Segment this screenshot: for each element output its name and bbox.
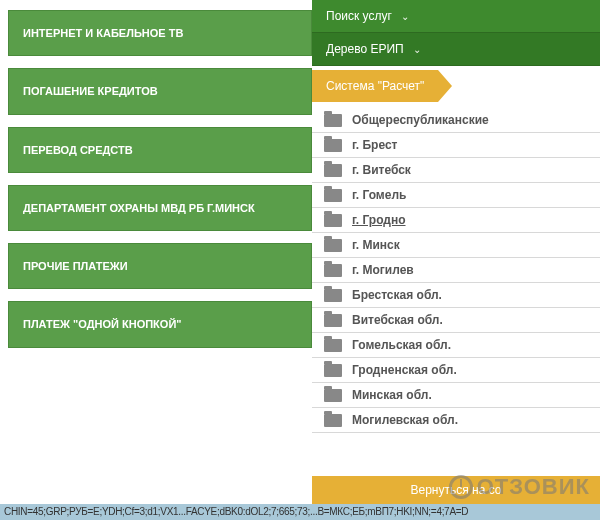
- folder-icon: [324, 139, 342, 152]
- region-label: Витебская обл.: [352, 313, 443, 327]
- folder-icon: [324, 389, 342, 402]
- region-label: Брестская обл.: [352, 288, 442, 302]
- region-item[interactable]: Гомельская обл.: [312, 333, 600, 358]
- right-panel: Поиск услуг ⌄ Дерево ЕРИП ⌄ Система "Рас…: [312, 0, 600, 520]
- folder-icon: [324, 114, 342, 127]
- region-label: г. Могилев: [352, 263, 414, 277]
- region-label: Гродненская обл.: [352, 363, 457, 377]
- folder-icon: [324, 264, 342, 277]
- region-item[interactable]: г. Могилев: [312, 258, 600, 283]
- region-item[interactable]: Витебская обл.: [312, 308, 600, 333]
- tree-label: Дерево ЕРИП: [326, 42, 404, 56]
- system-raschet-breadcrumb[interactable]: Система "Расчет": [312, 70, 438, 102]
- folder-icon: [324, 364, 342, 377]
- folder-icon: [324, 339, 342, 352]
- region-item[interactable]: Брестская обл.: [312, 283, 600, 308]
- search-services-bar[interactable]: Поиск услуг ⌄: [312, 0, 600, 33]
- folder-icon: [324, 314, 342, 327]
- category-internet-tv[interactable]: Интернет и кабельное ТВ: [8, 10, 312, 56]
- search-label: Поиск услуг: [326, 9, 392, 23]
- region-label: г. Витебск: [352, 163, 411, 177]
- category-other-payments[interactable]: Прочие платежи: [8, 243, 312, 289]
- region-item[interactable]: г. Гомель: [312, 183, 600, 208]
- region-item[interactable]: Общереспубликанские: [312, 108, 600, 133]
- region-item[interactable]: Гродненская обл.: [312, 358, 600, 383]
- category-list: Интернет и кабельное ТВ Погашение кредит…: [0, 0, 312, 520]
- region-label: г. Гомель: [352, 188, 406, 202]
- category-mvd-security[interactable]: Департамент охраны МВД РБ г.Минск: [8, 185, 312, 231]
- region-label: г. Брест: [352, 138, 398, 152]
- folder-icon: [324, 214, 342, 227]
- category-transfer[interactable]: Перевод средств: [8, 127, 312, 173]
- region-label: Гомельская обл.: [352, 338, 451, 352]
- category-one-button-pay[interactable]: Платеж "Одной кнопкой": [8, 301, 312, 347]
- region-label: г. Гродно: [352, 213, 406, 227]
- folder-icon: [324, 414, 342, 427]
- region-item[interactable]: Минская обл.: [312, 383, 600, 408]
- region-item[interactable]: г. Брест: [312, 133, 600, 158]
- region-label: Минская обл.: [352, 388, 432, 402]
- region-item[interactable]: г. Витебск: [312, 158, 600, 183]
- return-button[interactable]: Вернуться на со: [312, 476, 600, 504]
- region-item[interactable]: Могилевская обл.: [312, 408, 600, 433]
- region-item[interactable]: г. Минск: [312, 233, 600, 258]
- region-label: Могилевская обл.: [352, 413, 458, 427]
- chevron-down-icon: ⌄: [401, 11, 409, 22]
- folder-icon: [324, 289, 342, 302]
- folder-icon: [324, 239, 342, 252]
- region-label: Общереспубликанские: [352, 113, 489, 127]
- status-strip: CHIN=45;GRP;РУБ=E;YDH;Cf=3;d1;VX1...FACY…: [0, 504, 600, 520]
- region-label: г. Минск: [352, 238, 400, 252]
- system-label: Система "Расчет": [326, 79, 424, 93]
- region-item[interactable]: г. Гродно: [312, 208, 600, 233]
- chevron-down-icon: ⌄: [413, 44, 421, 55]
- folder-icon: [324, 164, 342, 177]
- category-credit-repay[interactable]: Погашение кредитов: [8, 68, 312, 114]
- region-list: Общереспубликанскиег. Брестг. Витебскг. …: [312, 108, 600, 433]
- folder-icon: [324, 189, 342, 202]
- erip-tree-bar[interactable]: Дерево ЕРИП ⌄: [312, 33, 600, 66]
